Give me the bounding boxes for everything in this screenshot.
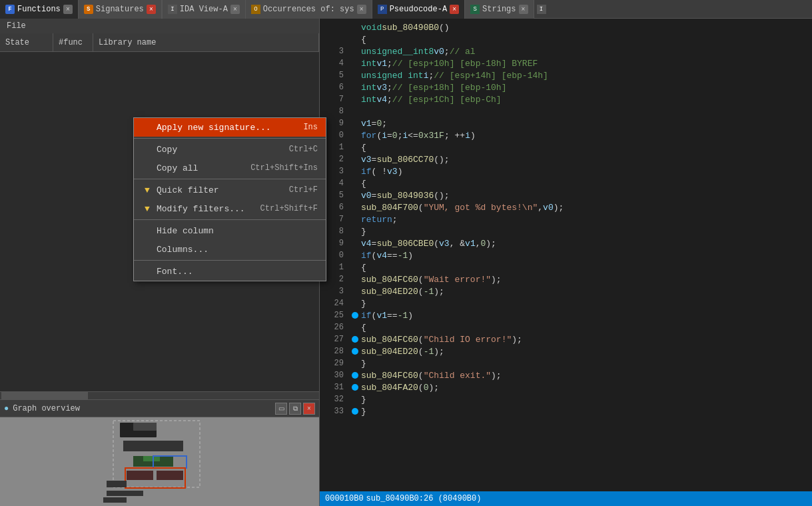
code-line-10: 0 for ( i = 0; i <= 0x31F; ++i ) [320, 129, 812, 141]
menu-item-modify-filters[interactable]: ▼ Modify filters... Ctrl+Shift+F [134, 199, 326, 218]
left-panel: File State #func Library name ● Graph ov… [0, 19, 320, 506]
scrollbar-thumb[interactable] [1, 392, 88, 399]
graph-canvas [0, 417, 319, 506]
copy-shortcut: Ctrl+C [289, 145, 318, 154]
font-label: Font... [157, 267, 193, 277]
columns-label: Columns... [157, 245, 208, 255]
code-line-13: 3 if ( !v3 ) [320, 165, 812, 177]
breakpoint-dot-30 [352, 372, 358, 379]
pseudocode-label: Pseudocode-A [390, 5, 447, 14]
tab-pseudocode[interactable]: P Pseudocode-A × [372, 0, 465, 19]
code-line-4: 4 int v1; // [esp+10h] [ebp-18h] BYREF [320, 57, 812, 69]
code-line-31: 31 sub_804FA20(0); [320, 381, 812, 393]
col-state: State [0, 33, 53, 51]
strings-label: Strings [482, 5, 516, 14]
context-menu: Apply new signature... Ins Copy Ctrl+C C… [133, 117, 326, 281]
code-line-16: 6 sub_804F700("YUM, got %d bytes!\n", v0… [320, 201, 812, 213]
graph-svg [0, 417, 319, 506]
menu-item-copy[interactable]: Copy Ctrl+C [134, 140, 326, 159]
code-area[interactable]: void sub_80490B0() { 3 unsigned __int8 v… [320, 19, 812, 491]
copy-all-label: Copy all [157, 163, 198, 173]
code-line-21: 1 { [320, 261, 812, 273]
signatures-tab-label: Signatures [96, 5, 144, 14]
status-bar: 000010B0 sub_80490B0:26 (80490B0) [320, 491, 812, 506]
occurrences-close[interactable]: × [357, 5, 366, 14]
code-line-5: 5 unsigned int i; // [esp+14h] [ebp-14h] [320, 69, 812, 81]
tab-functions[interactable]: F Functions × [0, 0, 79, 19]
functions-tab-icon: F [5, 5, 15, 14]
occurrences-icon: O [251, 5, 260, 14]
apply-sig-shortcut: Ins [303, 123, 318, 132]
code-line-19: 9 v4 = sub_806CBE0(v3, &v1, 0); [320, 237, 812, 249]
menu-sep-1 [134, 138, 326, 139]
breakpoint-dot-33 [352, 408, 358, 415]
pseudocode-close[interactable]: × [450, 5, 459, 14]
menu-sep-4 [134, 260, 326, 261]
signatures-tab-icon: S [84, 5, 93, 14]
graph-overview-header: ● Graph overview ▭ ⧉ × [0, 400, 319, 417]
svg-rect-13 [107, 491, 143, 496]
code-line-open-brace: { [320, 33, 812, 45]
svg-rect-2 [133, 423, 157, 431]
tab-ida-view[interactable]: I IDA View-A × [163, 0, 246, 19]
tab-strings[interactable]: S Strings × [465, 0, 534, 19]
functions-tab-close[interactable]: × [63, 5, 73, 14]
quick-filter-shortcut: Ctrl+F [289, 185, 318, 195]
column-headers: State #func Library name [0, 33, 319, 52]
quick-filter-icon: ▼ [142, 185, 153, 195]
graph-overview-copy-btn[interactable]: ⧉ [289, 403, 301, 415]
file-menu-item[interactable]: File [3, 20, 30, 32]
menu-item-columns[interactable]: Columns... [134, 240, 326, 259]
copy-all-shortcut: Ctrl+Shift+Ins [250, 163, 318, 173]
tab-bar: F Functions × S Signatures × I IDA View-… [0, 0, 812, 19]
menu-item-apply-sig[interactable]: Apply new signature... Ins [134, 118, 326, 137]
svg-rect-9 [157, 471, 183, 480]
ida-view-label: IDA View-A [180, 5, 228, 14]
right-panel: void sub_80490B0() { 3 unsigned __int8 v… [320, 19, 812, 506]
code-line-func-decl: void sub_80490B0() [320, 21, 812, 33]
tab-signatures[interactable]: S Signatures × [79, 0, 162, 19]
pseudocode-icon: P [378, 5, 387, 14]
code-line-9: 9 v1 = 0; [320, 117, 812, 129]
signatures-tab-close[interactable]: × [147, 5, 156, 14]
menu-sep-3 [134, 219, 326, 220]
code-line-6: 6 int v3; // [esp+18h] [ebp-10h] [320, 81, 812, 93]
code-line-29: 29 } [320, 357, 812, 369]
code-line-32: 32 } [320, 393, 812, 405]
col-library: Library name [93, 33, 319, 51]
graph-overview-buttons: ▭ ⧉ × [275, 403, 315, 415]
hide-column-icon [142, 225, 153, 236]
graph-overview-title: Graph overview [13, 404, 80, 413]
menu-item-quick-filter[interactable]: ▼ Quick filter Ctrl+F [134, 181, 326, 199]
code-line-3: 3 unsigned __int8 v0; // al [320, 45, 812, 57]
tab-occurrences[interactable]: O Occurrences of: sys × [246, 0, 372, 19]
svg-rect-7 [143, 456, 160, 461]
code-line-15: 5 v0 = sub_8049036(); [320, 189, 812, 201]
modify-filters-icon: ▼ [142, 203, 153, 214]
menu-sep-2 [134, 179, 326, 179]
code-line-25: 25 if ( v1 == -1 ) [320, 309, 812, 321]
code-line-8: 8 [320, 105, 812, 117]
functions-tab-label: Functions [17, 5, 61, 14]
ida-view-close[interactable]: × [230, 5, 240, 14]
svg-rect-12 [107, 481, 127, 487]
menu-item-copy-all[interactable]: Copy all Ctrl+Shift+Ins [134, 159, 326, 177]
strings-close[interactable]: × [519, 5, 528, 14]
h-scrollbar[interactable] [0, 391, 319, 399]
main-layout: File State #func Library name ● Graph ov… [0, 19, 812, 506]
status-address: 000010B0 [325, 494, 364, 503]
breakpoint-dot-27 [352, 336, 358, 343]
menu-item-hide-column[interactable]: Hide column [134, 221, 326, 240]
font-icon [142, 266, 153, 277]
code-line-24: 24 } [320, 297, 812, 309]
graph-overview-close-btn[interactable]: × [303, 403, 315, 415]
strings-icon: S [470, 5, 480, 14]
code-line-27: 27 sub_804FC60("Child IO error!"); [320, 333, 812, 345]
code-line-23: 3 sub_804ED20(-1); [320, 285, 812, 297]
copy-icon [142, 144, 153, 155]
columns-icon [142, 244, 153, 255]
menu-item-font[interactable]: Font... [134, 262, 326, 281]
graph-overview-rect-btn[interactable]: ▭ [275, 403, 287, 415]
modify-filters-label: Modify filters... [157, 204, 245, 214]
code-line-14: 4 { [320, 177, 812, 189]
